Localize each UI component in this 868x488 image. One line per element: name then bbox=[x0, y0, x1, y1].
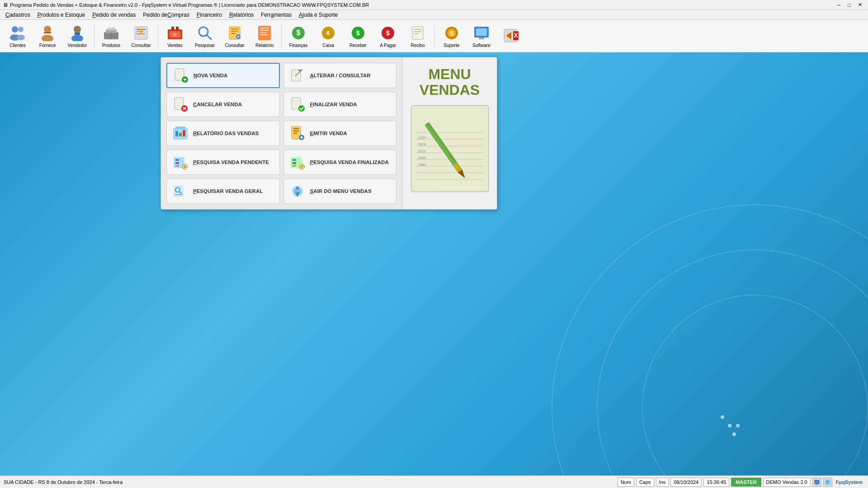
toolbar-suporte[interactable]: S Suporte bbox=[438, 22, 466, 51]
status-time: 15:36:45 bbox=[703, 478, 729, 487]
status-date: 08/10/2024 bbox=[670, 478, 702, 487]
toolbar-software[interactable]: Software bbox=[467, 22, 495, 51]
svg-text:7890: 7890 bbox=[418, 163, 426, 167]
pesquisa-pendente-icon bbox=[172, 154, 189, 170]
toolbar-receber[interactable]: $ Receber bbox=[344, 22, 372, 51]
svg-rect-75 bbox=[175, 131, 178, 136]
svg-rect-79 bbox=[293, 128, 299, 129]
cancelar-venda-button[interactable]: CANCELAR VENDA bbox=[166, 92, 280, 117]
menu-ferramentas[interactable]: Ferramentas bbox=[257, 10, 295, 19]
status-ins: Ins bbox=[656, 478, 669, 487]
toolbar-recibo[interactable]: Recibo bbox=[404, 22, 432, 51]
emitir-venda-label: EMITIR VENDA bbox=[310, 131, 347, 136]
close-button[interactable]: ✕ bbox=[855, 1, 865, 9]
toolbar-clientes[interactable]: Clientes bbox=[4, 22, 32, 51]
cancelar-venda-label: CANCELAR VENDA bbox=[193, 102, 242, 107]
status-icon1 bbox=[812, 478, 821, 487]
pesquisa-finalizada-icon bbox=[289, 154, 306, 170]
svg-rect-127 bbox=[825, 479, 830, 485]
status-bar: SUA CIDADE - RS 8 de Outubro de 2024 - T… bbox=[0, 475, 868, 488]
menu-pedido-vendas[interactable]: Pedido de vendas bbox=[89, 10, 139, 19]
svg-point-4 bbox=[44, 26, 51, 33]
toolbar-a-pagar[interactable]: $ A Pagar bbox=[374, 22, 402, 51]
maximize-button[interactable]: □ bbox=[844, 1, 854, 9]
svg-rect-55 bbox=[479, 38, 484, 39]
svg-rect-80 bbox=[293, 131, 299, 131]
menu-produtos-estoque[interactable]: Produtos e Estoque bbox=[34, 10, 89, 19]
alterar-consultar-button[interactable]: ALTERAR / CONSULTAR bbox=[283, 63, 397, 88]
toolbar-produtos[interactable]: Produtos bbox=[97, 22, 125, 51]
menu-cadastros[interactable]: Cadastros bbox=[2, 10, 34, 19]
window-title: Programa Pedido de Vendas + Estoque & Fi… bbox=[10, 2, 369, 8]
vendas-icon bbox=[166, 24, 184, 42]
menu-relatorios[interactable]: Relatórios bbox=[226, 10, 257, 19]
svg-rect-9 bbox=[75, 33, 80, 35]
pesquisa-pendente-button[interactable]: PESQUISA VENDA PENDENTE bbox=[166, 150, 280, 175]
toolbar-consultar-label: Consultar bbox=[132, 43, 151, 48]
sair-button[interactable]: SAIR DO MENU VENDAS bbox=[283, 178, 397, 204]
consultar-icon bbox=[132, 24, 150, 42]
finalizar-venda-button[interactable]: FINALIZAR VENDA bbox=[283, 92, 397, 117]
toolbar-caixa-label: Caixa bbox=[322, 43, 334, 48]
minimize-button[interactable]: ─ bbox=[834, 1, 844, 9]
toolbar-vendas[interactable]: Vendas bbox=[161, 22, 189, 51]
cancelar-venda-icon bbox=[172, 96, 189, 113]
menu-pedido-compras[interactable]: Pedido de Compras bbox=[139, 10, 193, 19]
nova-venda-icon bbox=[173, 67, 189, 84]
relatorio-vendas-icon bbox=[172, 125, 189, 141]
svg-rect-21 bbox=[171, 27, 174, 31]
toolbar-financas[interactable]: $ Finanças bbox=[284, 22, 312, 51]
toolbar-caixa[interactable]: ¢ Caixa bbox=[314, 22, 342, 51]
svg-rect-94 bbox=[292, 162, 296, 164]
svg-rect-99 bbox=[174, 185, 184, 197]
menu-financeiro[interactable]: Financeiro bbox=[193, 10, 226, 19]
menu-vendas-title: MENU VENDAS bbox=[420, 66, 480, 98]
sep1 bbox=[94, 25, 94, 47]
status-caps: Caps bbox=[636, 478, 654, 487]
pesquisar-geral-icon bbox=[172, 183, 189, 199]
menu-ajuda-suporte[interactable]: Ajuda e Suporte bbox=[295, 10, 341, 19]
pesquisa-finalizada-button[interactable]: PESQUISA VENDA FINALIZADA bbox=[283, 150, 397, 175]
svg-point-72 bbox=[298, 105, 305, 112]
pesquisar-geral-button[interactable]: PESQUISAR VENDA GERAL bbox=[166, 178, 280, 204]
suporte-icon: S bbox=[443, 24, 461, 42]
svg-rect-86 bbox=[175, 159, 179, 161]
finalizar-venda-label: FINALIZAR VENDA bbox=[310, 102, 357, 107]
consultar2-icon bbox=[226, 24, 244, 42]
svg-rect-77 bbox=[183, 130, 185, 136]
nova-venda-button[interactable]: NOVA VENDA bbox=[166, 63, 280, 88]
pesquisa-pendente-label: PESQUISA VENDA PENDENTE bbox=[193, 160, 269, 165]
sair-label: SAIR DO MENU VENDAS bbox=[310, 188, 372, 194]
toolbar-pesquisar[interactable]: Pesquisar bbox=[191, 22, 219, 51]
svg-rect-87 bbox=[175, 162, 179, 164]
toolbar-exit[interactable]: X bbox=[497, 22, 525, 51]
toolbar-consultar2[interactable]: Consultar bbox=[221, 22, 249, 51]
svg-text:3456: 3456 bbox=[418, 156, 426, 160]
toolbar-vendedor-label: Vendedor bbox=[68, 43, 87, 48]
toolbar-recibo-label: Recibo bbox=[410, 43, 425, 48]
toolbar-fornece-label: Fornece bbox=[39, 43, 56, 48]
svg-rect-29 bbox=[231, 33, 236, 34]
menu-image: 1234 5678 9012 3456 7890 bbox=[411, 105, 489, 192]
svg-rect-37 bbox=[260, 34, 268, 35]
toolbar-relatorio[interactable]: Relatório bbox=[250, 22, 278, 51]
clientes-icon bbox=[9, 24, 27, 42]
svg-rect-74 bbox=[175, 127, 185, 129]
alterar-consultar-label: ALTERAR / CONSULTAR bbox=[310, 73, 371, 78]
svg-rect-46 bbox=[412, 27, 423, 39]
menu-bar: Cadastros Produtos e Estoque Pedido de v… bbox=[0, 10, 868, 20]
toolbar-pesquisar-label: Pesquisar bbox=[195, 43, 215, 48]
svg-line-25 bbox=[207, 35, 212, 40]
svg-text:1234: 1234 bbox=[418, 136, 426, 140]
finalizar-venda-icon bbox=[289, 96, 306, 113]
emitir-venda-button[interactable]: EMITIR VENDA bbox=[283, 121, 397, 146]
toolbar-consultar[interactable]: Consultar bbox=[127, 22, 155, 51]
relatorio-vendas-button[interactable]: RELATÓRIO DAS VENDAS bbox=[166, 121, 280, 146]
toolbar-fornece[interactable]: Fornece bbox=[33, 22, 61, 51]
svg-rect-93 bbox=[292, 159, 296, 161]
status-icon2 bbox=[823, 478, 832, 487]
toolbar-vendedor[interactable]: Vendedor bbox=[63, 22, 91, 51]
svg-rect-22 bbox=[176, 27, 179, 31]
dot-2 bbox=[728, 424, 731, 427]
software-icon bbox=[472, 24, 491, 42]
